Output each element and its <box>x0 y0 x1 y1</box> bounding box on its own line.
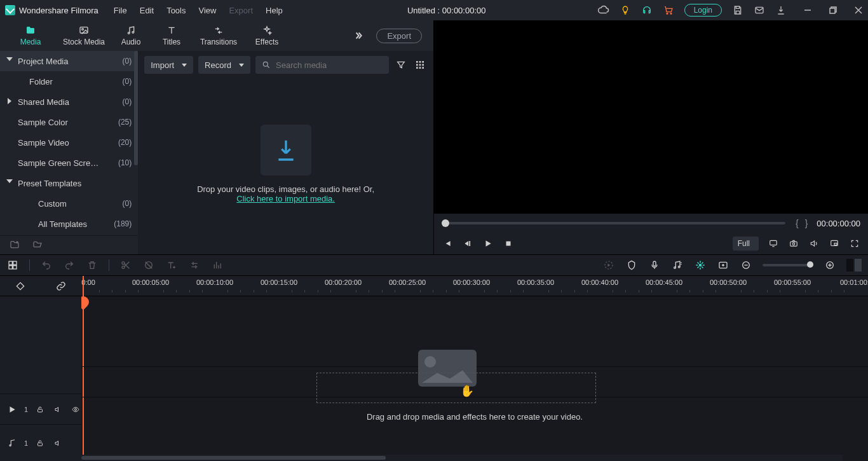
new-folder-icon[interactable] <box>9 240 20 251</box>
preview-controls: Full <box>434 233 868 254</box>
window-maximize-icon[interactable] <box>829 6 837 15</box>
tab-audio[interactable]: Audio <box>111 25 151 46</box>
mute-icon[interactable] <box>52 437 64 449</box>
mark-in-icon[interactable]: { <box>796 218 799 228</box>
display-icon[interactable] <box>768 238 779 249</box>
grid-view-icon[interactable] <box>413 58 427 72</box>
split-icon[interactable] <box>119 259 132 272</box>
svg-point-8 <box>263 62 268 66</box>
menu-help[interactable]: Help <box>266 6 283 15</box>
cloud-icon[interactable] <box>598 4 609 16</box>
fullscreen-icon[interactable] <box>849 238 860 249</box>
tab-effects[interactable]: Effects <box>245 25 288 46</box>
preview-scrubber[interactable] <box>442 222 785 224</box>
search-input[interactable] <box>276 60 383 70</box>
video-track-num: 1 <box>24 406 28 413</box>
svg-rect-23 <box>834 243 837 245</box>
lock-icon[interactable] <box>34 404 46 415</box>
video-track-header[interactable]: 1 <box>0 394 81 424</box>
download-icon[interactable] <box>775 4 787 16</box>
eye-icon[interactable] <box>70 404 81 415</box>
window-minimize-icon[interactable] <box>803 6 812 15</box>
pip-icon[interactable] <box>829 238 840 249</box>
layout-icon[interactable] <box>6 259 19 272</box>
equalizer-icon[interactable] <box>211 259 224 272</box>
menu-view[interactable]: View <box>198 6 216 15</box>
marker-icon[interactable] <box>625 259 638 272</box>
media-body: Project Media (0) Folder (0) Shared Medi… <box>0 51 433 254</box>
import-dropdown[interactable]: Import <box>144 56 193 74</box>
link-icon[interactable] <box>55 280 67 292</box>
mark-out-icon[interactable]: } <box>805 218 808 228</box>
preview-viewport[interactable] <box>434 20 868 214</box>
mail-icon[interactable] <box>754 4 765 16</box>
menu-edit[interactable]: Edit <box>140 6 154 15</box>
frame-back-icon[interactable] <box>462 238 473 249</box>
redo-icon[interactable] <box>63 259 76 272</box>
search-media[interactable] <box>255 56 389 74</box>
open-folder-icon[interactable] <box>32 240 43 251</box>
zoom-in-icon[interactable] <box>824 259 836 272</box>
import-link[interactable]: Click here to import media. <box>236 194 335 203</box>
tree-folder[interactable]: Folder (0) <box>0 71 138 92</box>
add-track-icon[interactable] <box>717 259 729 272</box>
delete-icon[interactable] <box>86 259 98 272</box>
audio-mixer-icon[interactable] <box>671 259 684 272</box>
stop-icon[interactable] <box>503 238 514 249</box>
media-drop-area[interactable]: Drop your video clips, images, or audio … <box>138 74 433 254</box>
audio-track-header[interactable]: 1 <box>0 424 81 461</box>
tab-stock-media[interactable]: Stock Media <box>57 25 111 46</box>
headset-icon[interactable] <box>641 4 653 16</box>
lock-icon[interactable] <box>34 437 46 449</box>
timeline-h-scrollbar[interactable] <box>81 455 843 461</box>
snapshot-icon[interactable] <box>788 238 799 249</box>
keyframe-icon[interactable] <box>15 280 26 292</box>
timeline-body[interactable]: ✋ Drag and drop media and effects here t… <box>81 296 868 461</box>
save-icon[interactable] <box>732 4 743 16</box>
tab-titles[interactable]: Titles <box>151 25 192 46</box>
tree-sample-green[interactable]: Sample Green Scre… (10) <box>0 153 138 173</box>
volume-icon[interactable] <box>808 238 820 249</box>
tree-sample-color[interactable]: Sample Color (25) <box>0 112 138 132</box>
step-back-icon[interactable] <box>442 238 453 249</box>
undo-icon[interactable] <box>40 259 53 272</box>
window-close-icon[interactable] <box>854 6 863 15</box>
login-button[interactable]: Login <box>684 4 722 17</box>
svg-rect-26 <box>9 266 12 269</box>
voiceover-icon[interactable] <box>648 259 661 272</box>
timeline-canvas[interactable]: 00:0000:00:05:0000:00:10:0000:00:15:0000… <box>81 276 868 461</box>
crop-icon[interactable] <box>142 259 155 272</box>
track-size-toggle[interactable] <box>846 259 862 272</box>
adjust-icon[interactable] <box>188 259 201 272</box>
tree-project-media[interactable]: Project Media (0) <box>0 51 138 71</box>
zoom-slider[interactable] <box>763 264 813 266</box>
filter-icon[interactable] <box>394 58 408 72</box>
cart-icon[interactable] <box>663 4 674 16</box>
zoom-out-icon[interactable] <box>740 259 752 272</box>
tree-all-templates[interactable]: All Templates (189) <box>0 214 138 234</box>
tab-transitions[interactable]: Transitions <box>192 25 245 46</box>
tree-preset-templates[interactable]: Preset Templates <box>0 173 138 193</box>
render-icon[interactable] <box>602 259 615 272</box>
menu-file[interactable]: File <box>114 6 127 15</box>
preview-quality-dropdown[interactable]: Full <box>733 237 759 251</box>
auto-ripple-icon[interactable] <box>694 259 707 272</box>
tree-sample-video[interactable]: Sample Video (20) <box>0 132 138 153</box>
record-dropdown[interactable]: Record <box>198 56 250 74</box>
audio-track-icon <box>6 437 18 449</box>
mute-icon[interactable] <box>52 404 64 415</box>
menu-tools[interactable]: Tools <box>166 6 186 15</box>
media-tree[interactable]: Project Media (0) Folder (0) Shared Medi… <box>0 51 138 234</box>
export-button[interactable]: Export <box>376 29 422 43</box>
tab-media[interactable]: Media <box>4 25 57 46</box>
more-panels-icon[interactable] <box>352 29 365 42</box>
timeline-ruler[interactable]: 00:0000:00:05:0000:00:10:0000:00:15:0000… <box>81 276 868 296</box>
tree-shared-media[interactable]: Shared Media (0) <box>0 92 138 112</box>
tab-label: Audio <box>121 38 141 46</box>
lightbulb-icon[interactable] <box>620 4 631 16</box>
text-add-icon[interactable] <box>165 259 178 272</box>
tree-custom[interactable]: Custom (0) <box>0 193 138 214</box>
svg-rect-32 <box>653 261 656 266</box>
svg-rect-40 <box>38 409 43 412</box>
play-icon[interactable] <box>482 238 494 249</box>
